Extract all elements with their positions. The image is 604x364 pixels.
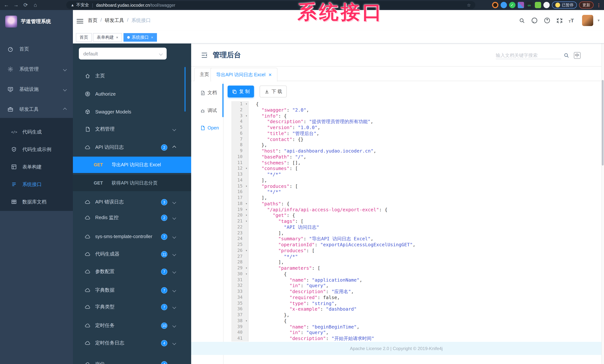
api-group-access-log[interactable]: API 访问日志 2	[73, 140, 191, 155]
line-number[interactable]: 18▾	[231, 201, 249, 207]
fold-caret-icon[interactable]: ▾	[245, 183, 247, 189]
line-number[interactable]: 2	[231, 107, 249, 113]
swagger-nav-authorize[interactable]: Authorize	[73, 86, 191, 101]
scrollbar-thumb[interactable]	[602, 80, 604, 165]
fold-caret-icon[interactable]: ▾	[245, 248, 247, 254]
line-number[interactable]: 3▾	[231, 113, 249, 119]
api-group-dict-type[interactable]: 字典类型 7	[73, 300, 191, 314]
line-number[interactable]: 28	[231, 260, 249, 265]
line-number[interactable]: 41	[231, 336, 249, 341]
swagger-nav-doc-manage[interactable]: 文档管理	[73, 122, 191, 137]
extension-check-icon[interactable]: ✓	[509, 2, 515, 8]
api-group-error-log[interactable]: API 错误日志 3	[73, 195, 191, 209]
line-number[interactable]: 19▾	[231, 207, 249, 213]
api-group-select[interactable]: default	[79, 48, 167, 60]
line-number[interactable]: 39	[231, 324, 249, 330]
home-icon[interactable]: ⌂	[30, 0, 40, 10]
nav-scrollbar-thumb[interactable]	[222, 84, 224, 117]
close-icon[interactable]: ×	[151, 35, 153, 39]
line-number[interactable]: 34	[231, 295, 249, 301]
sidebar-item-db-doc[interactable]: 数据库文档	[0, 193, 73, 211]
sidebar-item-system-api[interactable]: 系统接口	[0, 176, 73, 193]
line-number[interactable]: 38▾	[231, 318, 249, 324]
line-number[interactable]: 36	[231, 306, 249, 312]
fold-caret-icon[interactable]: ▾	[245, 271, 247, 277]
swagger-nav-models[interactable]: Swagger Models	[73, 104, 191, 119]
line-number[interactable]: 1▾	[231, 101, 249, 107]
help-icon[interactable]	[544, 17, 551, 24]
line-number[interactable]: 40	[231, 330, 249, 336]
line-number[interactable]: 5	[231, 125, 249, 131]
download-button[interactable]: 下 载	[260, 86, 287, 98]
fold-caret-icon[interactable]: ▾	[245, 166, 247, 172]
breadcrumb-home[interactable]: 首页	[88, 17, 98, 24]
line-number[interactable]: 7	[231, 136, 249, 142]
line-number[interactable]: 6	[231, 131, 249, 137]
sidebar-item-codegen[interactable]: </> 代码生成	[0, 123, 73, 141]
caret-down-icon[interactable]: ▼	[597, 19, 600, 22]
sidebar-item-form-builder[interactable]: 表单构建	[0, 158, 73, 176]
line-number[interactable]: 12▾	[231, 166, 249, 172]
search-input[interactable]	[496, 52, 561, 59]
search-icon[interactable]	[564, 52, 569, 58]
api-group-post[interactable]: 岗位 4	[73, 357, 191, 364]
avatar[interactable]	[582, 15, 593, 26]
font-size-icon[interactable]: TT	[569, 17, 574, 24]
tag-home[interactable]: 首页	[76, 33, 92, 42]
line-number[interactable]: 30▾	[231, 271, 249, 277]
api-group-cron-job[interactable]: 定时任务 10	[73, 318, 191, 333]
hamburger-icon[interactable]	[77, 18, 83, 25]
api-group-redis[interactable]: Redis 监控 2	[73, 210, 191, 225]
fold-caret-icon[interactable]: ▾	[245, 213, 247, 219]
sidebar-item-codegen-demo[interactable]: 代码生成示例	[0, 141, 73, 158]
line-number[interactable]: 23	[231, 230, 249, 236]
line-number[interactable]: 4	[231, 119, 249, 125]
line-number[interactable]: 21▾	[231, 218, 249, 224]
fold-caret-icon[interactable]: ▾	[245, 101, 247, 107]
line-number[interactable]: 16	[231, 189, 249, 195]
address-bar[interactable]: ▲ 不安全 | dashboard.yudao.iocoder.cn/tool/…	[66, 1, 475, 9]
api-group-codegen[interactable]: 代码生成器 11	[73, 247, 191, 262]
line-number[interactable]: 10	[231, 154, 249, 160]
sidebar-item-devtools[interactable]: 研发工具	[0, 101, 73, 118]
line-number[interactable]: 31	[231, 277, 249, 283]
app-logo-row[interactable]: 芋道管理系统	[0, 12, 73, 31]
close-icon[interactable]: ×	[116, 35, 118, 39]
fullscreen-icon[interactable]	[556, 17, 563, 24]
extension-grid-icon[interactable]	[517, 2, 524, 8]
reload-icon[interactable]: ⟳	[21, 0, 30, 10]
search-icon[interactable]	[519, 17, 525, 24]
line-number[interactable]: 24	[231, 236, 249, 242]
doc-search-field[interactable]	[496, 52, 561, 59]
line-number[interactable]: 25	[231, 242, 249, 248]
back-icon[interactable]: ←	[1, 0, 11, 10]
line-number[interactable]: 22	[231, 224, 249, 230]
tab-export-excel[interactable]: 导出API 访问日志 Excel ✕	[211, 68, 277, 81]
extension-leaf-icon[interactable]	[535, 2, 541, 8]
api-group-sms-template[interactable]: sys-sms-template-controller 7	[73, 229, 191, 244]
side-tab-debug[interactable]: 调试	[200, 108, 217, 114]
extension-icon[interactable]	[500, 2, 507, 8]
line-number[interactable]: 11	[231, 160, 249, 166]
fold-caret-icon[interactable]: ▾	[245, 113, 247, 119]
language-toggle[interactable]: 中	[574, 52, 580, 59]
extension-cn-icon[interactable]: cn	[526, 2, 532, 8]
fold-caret-icon[interactable]: ▾	[245, 265, 247, 271]
api-group-config[interactable]: 参数配置 7	[73, 264, 191, 279]
close-icon[interactable]: ✕	[268, 72, 272, 77]
sidebar-scrollbar-thumb[interactable]	[185, 67, 186, 112]
menu-fold-icon[interactable]	[201, 52, 208, 59]
browser-update-button[interactable]: 更新	[579, 1, 594, 9]
line-number[interactable]: 9	[231, 148, 249, 154]
extension-icon[interactable]	[492, 2, 498, 8]
tag-form-builder[interactable]: 表单构建 ×	[93, 33, 122, 42]
line-number[interactable]: 27	[231, 253, 249, 260]
github-icon[interactable]	[531, 17, 538, 24]
api-operation-export-excel[interactable]: GET 导出API 访问日志 Excel	[73, 157, 191, 173]
json-code-editor[interactable]: 1▾{2 "swagger": "2.0",3▾ "info": {4 "des…	[231, 101, 601, 342]
api-group-dict-data[interactable]: 字典数据 7	[73, 283, 191, 298]
line-number[interactable]: 17	[231, 195, 249, 201]
line-number[interactable]: 37	[231, 312, 249, 318]
line-number[interactable]: 32	[231, 283, 249, 289]
line-number[interactable]: 14	[231, 177, 249, 183]
